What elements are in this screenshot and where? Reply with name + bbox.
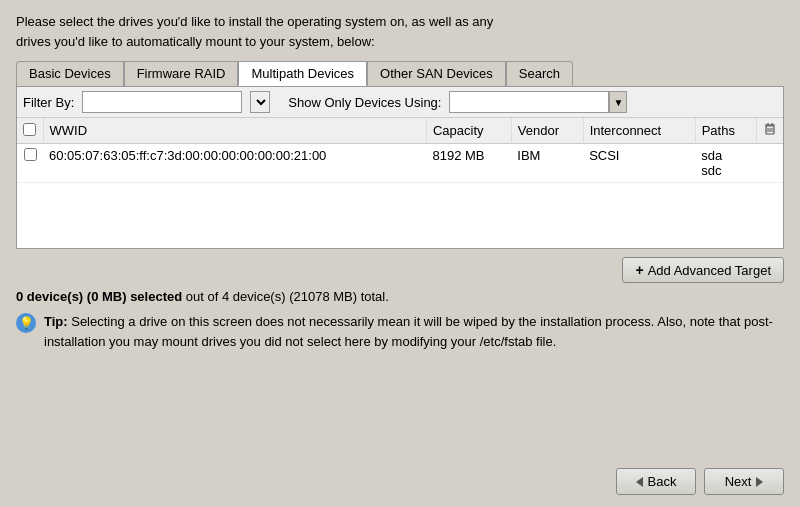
bottom-bar: Back Next: [16, 468, 784, 495]
next-label: Next: [725, 474, 752, 489]
col-header-capacity: Capacity: [426, 118, 511, 144]
table-row: 60:05:07:63:05:ff:c7:3d:00:00:00:00:00:0…: [17, 144, 783, 183]
show-only-input[interactable]: [449, 91, 609, 113]
col-header-paths: Paths: [695, 118, 756, 144]
add-target-row: + Add Advanced Target: [16, 257, 784, 283]
table-scroll-area: WWID Capacity Vendor Interconnect Paths: [17, 118, 783, 248]
add-icon: +: [635, 262, 643, 278]
row-vendor: IBM: [511, 144, 583, 183]
row-interconnect: SCSI: [583, 144, 695, 183]
filter-by-label: Filter By:: [23, 95, 74, 110]
row-checkbox-cell: [17, 144, 43, 183]
status-selected: 0 device(s) (0 MB) selected: [16, 289, 182, 304]
col-header-vendor: Vendor: [511, 118, 583, 144]
tip-content: Selecting a drive on this screen does no…: [44, 314, 773, 349]
show-only-dropdown-btn[interactable]: ▼: [609, 91, 627, 113]
back-arrow-icon: [636, 477, 643, 487]
row-wwid: 60:05:07:63:05:ff:c7:3d:00:00:00:00:00:0…: [43, 144, 426, 183]
col-header-trash: [757, 118, 784, 144]
tab-basic[interactable]: Basic Devices: [16, 61, 124, 86]
tab-other-san[interactable]: Other SAN Devices: [367, 61, 506, 86]
tip-icon: 💡: [16, 313, 36, 333]
tab-firmware[interactable]: Firmware RAID: [124, 61, 239, 86]
devices-table: WWID Capacity Vendor Interconnect Paths: [17, 118, 783, 183]
back-label: Back: [648, 474, 677, 489]
status-line: 0 device(s) (0 MB) selected out of 4 dev…: [16, 289, 784, 304]
intro-text: Please select the drives you'd like to i…: [16, 12, 784, 51]
tip-box: 💡 Tip: Selecting a drive on this screen …: [16, 312, 784, 351]
filter-input[interactable]: [82, 91, 242, 113]
filter-bar: Filter By: ▼ Show Only Devices Using: ▼: [17, 87, 783, 118]
tip-label: Tip:: [44, 314, 68, 329]
col-header-wwid: WWID: [43, 118, 426, 144]
row-paths: sdasdc: [695, 144, 756, 183]
select-all-checkbox[interactable]: [23, 123, 36, 136]
tab-search[interactable]: Search: [506, 61, 573, 86]
row-capacity: 8192 MB: [426, 144, 511, 183]
row-trash[interactable]: [757, 144, 784, 183]
filter-dropdown[interactable]: ▼: [250, 91, 270, 113]
next-arrow-icon: [756, 477, 763, 487]
trash-icon: [763, 122, 777, 136]
row-checkbox[interactable]: [24, 148, 37, 161]
show-only-combo: ▼: [449, 91, 627, 113]
tab-multipath[interactable]: Multipath Devices: [238, 61, 367, 86]
next-button[interactable]: Next: [704, 468, 784, 495]
col-header-interconnect: Interconnect: [583, 118, 695, 144]
tip-text: Tip: Selecting a drive on this screen do…: [44, 312, 784, 351]
device-table-container: Filter By: ▼ Show Only Devices Using: ▼ …: [16, 86, 784, 249]
status-total: out of 4 device(s) (21078 MB) total.: [182, 289, 389, 304]
add-advanced-target-button[interactable]: + Add Advanced Target: [622, 257, 784, 283]
back-button[interactable]: Back: [616, 468, 696, 495]
add-target-label: Add Advanced Target: [648, 263, 771, 278]
tab-bar: Basic Devices Firmware RAID Multipath De…: [16, 61, 784, 86]
col-header-checkbox: [17, 118, 43, 144]
show-only-label: Show Only Devices Using:: [288, 95, 441, 110]
